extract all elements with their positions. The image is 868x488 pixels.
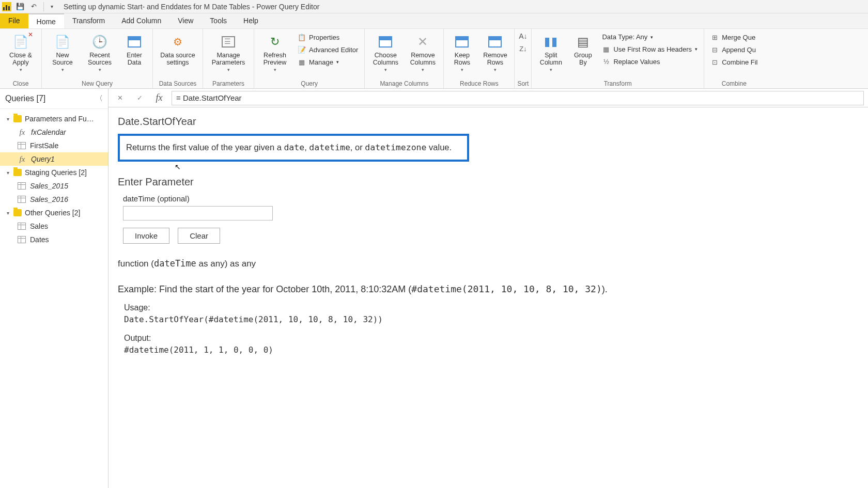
advanced-editor-button[interactable]: 📝Advanced Editor [296,44,360,55]
query-item[interactable]: Sales [0,219,108,233]
headers-icon: ▦ [602,45,610,53]
enter-data-button[interactable]: Enter Data [120,31,148,67]
remove-rows-button[interactable]: Remove Rows ▾ [480,31,510,72]
data-source-settings-button[interactable]: Data source settings [157,31,198,67]
query-item-label: Dates [30,235,49,244]
fx-icon[interactable]: fx [152,91,166,105]
query-item[interactable]: FirstSale [0,139,108,152]
function-signature: function (dateTime as any) as any [118,258,859,269]
query-item[interactable]: fxQuery1 [0,152,108,166]
chevron-down-icon: ▾ [461,67,463,72]
queries-pane: Queries [7] 〈 ▾Parameters and Fu…fxfxCal… [0,89,109,488]
query-item[interactable]: Sales_2016 [0,193,108,206]
close-apply-icon: 📄 [11,33,30,51]
tab-home[interactable]: Home [28,13,64,28]
remove-rows-icon [486,33,504,51]
table-icon [18,142,26,149]
ribbon-group-query: Refresh Preview ▾ 📋Properties 📝Advanced … [254,29,365,88]
output-label: Output: [124,334,859,343]
choose-columns-button[interactable]: Choose Columns ▾ [369,31,402,72]
sort-desc-icon: Z↓ [519,44,527,53]
remove-columns-button[interactable]: ✕ Remove Columns ▾ [406,31,439,72]
merge-queries-button[interactable]: ⊞Merge Que [708,32,760,42]
recent-sources-button[interactable]: 🕒 Recent Sources ▾ [83,31,116,72]
tab-add-column[interactable]: Add Column [113,13,169,28]
chevron-down-icon: ▾ [61,67,64,72]
chevron-down-icon: ▾ [5,210,10,216]
tab-help[interactable]: Help [235,13,267,28]
query-item-label: Query1 [31,155,55,163]
replace-icon: ½ [602,57,610,66]
query-group-label: Other Queries [2] [25,209,80,217]
split-column-button[interactable]: Split Column ▾ [536,31,566,72]
split-column-icon [541,33,560,51]
invoke-button[interactable]: Invoke [123,228,169,244]
properties-icon: 📋 [298,33,306,41]
query-item[interactable]: Dates [0,233,108,246]
data-type-button[interactable]: Data Type: Any ▾ [600,32,700,42]
clear-button[interactable]: Clear [178,228,220,244]
ribbon-group-manage-columns: Choose Columns ▾ ✕ Remove Columns ▾ Mana… [365,29,444,88]
qat-undo-icon[interactable]: ↶ [28,1,39,12]
close-apply-button[interactable]: 📄 Close & Apply ▾ [4,31,37,72]
tab-file[interactable]: File [0,13,28,28]
manage-query-button[interactable]: ▦Manage ▾ [296,57,360,67]
refresh-preview-button[interactable]: Refresh Preview ▾ [258,31,291,72]
query-group-label: Staging Queries [2] [25,168,87,177]
tab-tools[interactable]: Tools [202,13,235,28]
enter-parameter-heading: Enter Parameter [118,176,859,188]
append-queries-button[interactable]: ⊟Append Qu [708,44,760,55]
qat-customize-icon[interactable]: ▾ [46,1,57,12]
qat-separator [43,2,44,11]
ribbon-group-reduce-rows: Keep Rows ▾ Remove Rows ▾ Reduce Rows [444,29,515,88]
parameter-label: dateTime (optional) [123,194,859,203]
formula-accept-icon[interactable]: ✓ [132,91,147,105]
new-source-button[interactable]: 📄 New Source ▾ [46,31,79,72]
query-item[interactable]: fxfxCalendar [0,125,108,139]
combine-files-button[interactable]: ⊡Combine Fil [708,57,760,67]
ribbon-group-close: 📄 Close & Apply ▾ Close [0,29,42,88]
properties-button[interactable]: 📋Properties [296,32,360,42]
formula-bar: ✕ ✓ fx [109,89,868,107]
query-group[interactable]: ▾Parameters and Fu… [0,112,108,125]
replace-values-button[interactable]: ½Replace Values [600,56,700,67]
qat-save-icon[interactable]: 💾 [14,1,26,12]
chevron-down-icon: ▾ [99,67,101,72]
manage-icon: ▦ [298,58,306,66]
formula-cancel-icon[interactable]: ✕ [113,91,127,105]
query-item[interactable]: Sales_2015 [0,179,108,193]
tab-view[interactable]: View [169,13,202,28]
ribbon-group-data-sources: Data source settings Data Sources [153,29,203,88]
function-name: Date.StartOfYear [118,116,859,128]
keep-rows-button[interactable]: Keep Rows ▾ [448,31,476,72]
chevron-down-icon: ▾ [494,67,497,72]
table-icon [18,196,26,203]
ribbon: 📄 Close & Apply ▾ Close 📄 New Source ▾ 🕒… [0,29,868,89]
ribbon-group-parameters: Manage Parameters ▾ Parameters [203,29,254,88]
sort-desc-button[interactable]: Z↓ [517,43,529,54]
first-row-headers-button[interactable]: ▦Use First Row as Headers ▾ [600,44,700,54]
query-group[interactable]: ▾Staging Queries [2] [0,166,108,179]
parameters-icon [219,33,238,51]
chevron-down-icon: ▾ [5,116,10,122]
refresh-icon [266,33,284,51]
cursor-icon: ↖ [175,165,859,169]
ribbon-group-combine: ⊞Merge Que ⊟Append Qu ⊡Combine Fil Combi… [704,29,764,88]
ribbon-group-sort: Z↓ Sort [515,29,532,88]
new-source-icon: 📄 [53,33,72,51]
choose-columns-icon [376,33,395,51]
ribbon-group-transform: Split Column ▾ ▤ Group By Data Type: Any… [532,29,704,88]
window-title: Setting up dynamic Start- and Enddates f… [64,3,319,11]
main-area: ✕ ✓ fx Date.StartOfYear Returns the firs… [109,89,868,488]
chevron-down-icon: ▾ [384,67,387,72]
sort-asc-button[interactable] [517,31,529,41]
formula-input[interactable] [172,91,864,105]
group-by-button[interactable]: ▤ Group By [570,31,596,67]
folder-icon [13,209,22,216]
datetime-input[interactable] [123,206,273,221]
tab-transform[interactable]: Transform [64,13,113,28]
collapse-pane-icon[interactable]: 〈 [96,94,103,103]
manage-parameters-button[interactable]: Manage Parameters ▾ [207,31,250,72]
chevron-down-icon: ▾ [20,67,22,72]
query-group[interactable]: ▾Other Queries [2] [0,206,108,219]
